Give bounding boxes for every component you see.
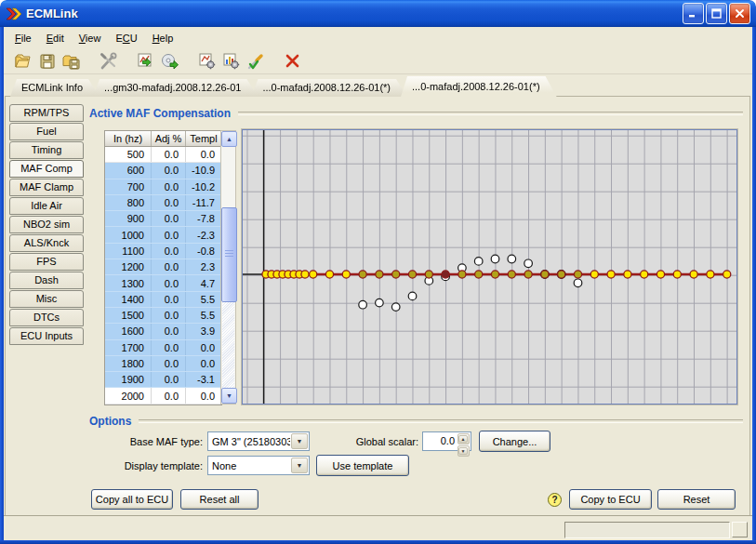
maf-row-1000[interactable]: 10000.0-2.3 [105, 227, 221, 243]
maf-row-500[interactable]: 5000.00.0 [105, 147, 221, 163]
maf-row-900[interactable]: 9000.0-7.8 [105, 211, 221, 227]
adjustment-point[interactable] [475, 271, 483, 278]
menu-ecu[interactable]: ECU [108, 31, 144, 46]
tab-0[interactable]: ECMLink Info [10, 79, 99, 97]
spin-down-button[interactable]: ▼ [458, 445, 470, 457]
adjustment-point[interactable] [607, 271, 615, 278]
maf-chart[interactable] [242, 129, 737, 405]
maf-row-1600[interactable]: 16000.03.9 [105, 324, 221, 339]
column-header-adj[interactable]: Adj % [152, 131, 186, 147]
adjustment-point[interactable] [392, 271, 400, 278]
reset-all-button[interactable]: Reset all [180, 489, 259, 510]
copy-to-ecu-button[interactable]: Copy to ECU [569, 489, 652, 510]
column-header-in-hz[interactable]: In (hz) [105, 131, 152, 147]
export-log-icon[interactable] [136, 51, 156, 72]
scrollbar-up-button[interactable]: ▲ [221, 131, 237, 147]
help-icon[interactable]: ? [547, 492, 563, 508]
adjustment-point[interactable] [641, 271, 648, 278]
adjustment-point[interactable] [301, 271, 309, 278]
dropdown-button[interactable]: ▼ [291, 433, 308, 449]
dropdown-button[interactable]: ▼ [291, 458, 308, 473]
adjustment-point[interactable] [558, 271, 565, 278]
adjustment-point[interactable] [541, 271, 549, 278]
menu-help[interactable]: Help [145, 31, 181, 46]
change-button[interactable]: Change... [479, 431, 550, 452]
sidebar-item-nbo2-sim[interactable]: NBO2 sim [9, 216, 84, 233]
sidebar-item-ecu-inputs[interactable]: ECU Inputs [9, 327, 84, 345]
column-header-templ[interactable]: Templ [186, 131, 222, 147]
adjustment-point[interactable] [376, 271, 383, 278]
maf-row-1500[interactable]: 15000.05.5 [105, 307, 221, 323]
adjustment-point[interactable] [491, 271, 498, 278]
open-file-icon[interactable] [13, 51, 33, 72]
copy-all-to-ecu-button[interactable]: Copy all to ECU [91, 489, 173, 510]
adjustment-point[interactable] [690, 271, 697, 278]
reset-button[interactable]: Reset [657, 489, 736, 510]
read-ecu-icon[interactable] [160, 51, 180, 72]
adjustment-point[interactable] [657, 271, 664, 278]
adjustment-point[interactable] [707, 271, 714, 278]
minimize-button[interactable] [683, 3, 704, 24]
sidebar-item-fps[interactable]: FPS [9, 253, 84, 271]
table-scrollbar[interactable]: ▲ ▼ [220, 130, 236, 405]
maf-row-1900[interactable]: 19000.0-3.1 [105, 372, 221, 388]
sidebar-item-timing[interactable]: Timing [9, 141, 84, 159]
adjustment-point[interactable] [425, 271, 432, 278]
maf-row-600[interactable]: 6000.0-10.9 [105, 163, 221, 179]
maf-row-1100[interactable]: 11000.0-0.8 [105, 243, 221, 259]
tab-3[interactable]: ...0-mafadj.2008.12.26-01(*) [401, 76, 557, 97]
spin-up-button[interactable]: ▲ [458, 433, 470, 444]
maf-row-1800[interactable]: 18000.00.0 [105, 355, 221, 371]
display-settings-icon[interactable] [221, 51, 242, 72]
adjustment-point[interactable] [359, 271, 366, 278]
adjustment-point[interactable] [673, 271, 681, 278]
adjustment-point[interactable] [342, 271, 350, 278]
tab-1[interactable]: ...gm30-mafadj.2008.12.26-01 [93, 79, 258, 97]
titlebar[interactable]: ECMLink [0, 0, 756, 27]
sidebar-item-fuel[interactable]: Fuel [9, 123, 84, 140]
adjustment-point[interactable] [574, 271, 581, 278]
sidebar-item-rpm-tps[interactable]: RPM/TPS [9, 104, 84, 122]
tools-icon[interactable] [99, 51, 119, 72]
menu-file[interactable]: File [7, 31, 39, 46]
global-scalar-stepper[interactable]: 0.0 ▲ ▼ [422, 431, 471, 451]
adjustment-point[interactable] [442, 271, 449, 278]
scrollbar-down-button[interactable]: ▼ [221, 388, 237, 404]
sidebar-item-dash[interactable]: Dash [9, 272, 84, 289]
adjustment-point[interactable] [325, 271, 333, 278]
sidebar-item-als-knck[interactable]: ALS/Knck [9, 234, 84, 252]
maf-chart-plot[interactable] [243, 130, 736, 404]
maf-row-2000[interactable]: 20000.00.0 [105, 388, 221, 404]
maf-row-1200[interactable]: 12000.02.3 [105, 259, 221, 275]
adjustment-point[interactable] [590, 271, 598, 278]
adjustment-point[interactable] [310, 271, 317, 278]
disconnect-icon[interactable] [283, 51, 303, 72]
menu-edit[interactable]: Edit [39, 31, 72, 46]
use-template-button[interactable]: Use template [316, 455, 409, 476]
save-as-icon[interactable] [61, 51, 82, 72]
log-settings-icon[interactable] [197, 51, 218, 72]
maf-row-1400[interactable]: 14000.05.5 [105, 291, 221, 307]
sidebar-item-maf-comp[interactable]: MAF Comp [9, 160, 84, 178]
maf-row-1700[interactable]: 17000.00.0 [105, 339, 221, 355]
maf-row-800[interactable]: 8000.0-11.7 [105, 194, 221, 210]
tab-2[interactable]: ...0-mafadj.2008.12.26-01(*) [251, 79, 407, 97]
adjustment-point[interactable] [723, 271, 731, 278]
menu-view[interactable]: View [72, 31, 109, 46]
sidebar-item-dtcs[interactable]: DTCs [9, 309, 84, 326]
sidebar-item-idle-air[interactable]: Idle Air [9, 197, 84, 215]
maf-row-1300[interactable]: 13000.04.7 [105, 275, 221, 291]
adjustment-point[interactable] [624, 271, 631, 278]
global-scalar-value[interactable]: 0.0 [423, 432, 458, 450]
base-maf-type-select[interactable]: GM 3" (25180303) ▼ [207, 431, 310, 451]
maf-row-700[interactable]: 7000.0-10.2 [105, 179, 221, 194]
close-button[interactable] [729, 3, 750, 24]
sidebar-item-maf-clamp[interactable]: MAF Clamp [9, 179, 84, 196]
adjustment-point[interactable] [408, 271, 416, 278]
resize-grip[interactable] [732, 522, 748, 537]
scrollbar-thumb[interactable] [221, 207, 237, 302]
adjustment-point[interactable] [524, 271, 532, 278]
save-file-icon[interactable] [37, 51, 58, 72]
scrollbar-track[interactable] [222, 301, 234, 389]
adjustment-point[interactable] [458, 271, 466, 278]
